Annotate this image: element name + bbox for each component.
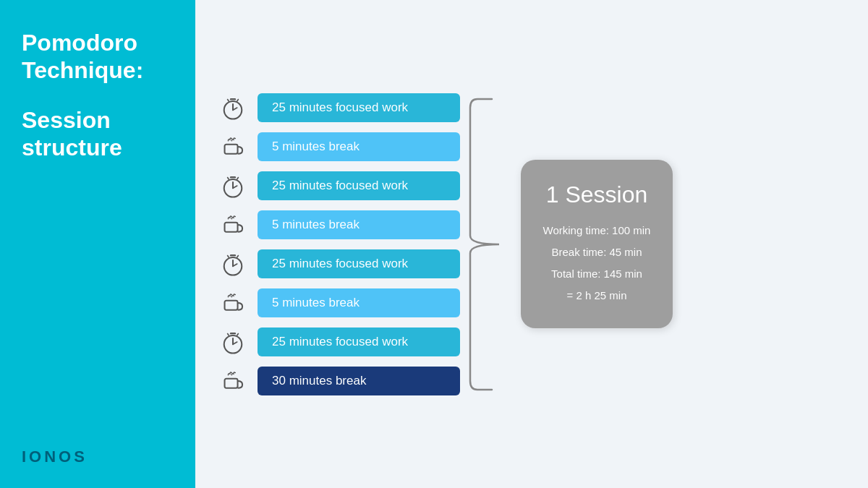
bracket-column xyxy=(463,92,506,397)
timer-icon xyxy=(217,248,249,280)
coffee-icon xyxy=(217,365,249,397)
step-label-5: 25 minutes focused work xyxy=(258,249,460,278)
session-title: 1 Session xyxy=(541,181,652,208)
svg-line-4 xyxy=(228,99,229,100)
main-content: 25 minutes focused work 5 minutes break … xyxy=(195,0,868,488)
svg-rect-13 xyxy=(225,222,238,231)
session-box: 1 Session Working time: 100 min Break ti… xyxy=(521,160,673,328)
svg-line-12 xyxy=(237,177,239,179)
working-time: Working time: 100 min xyxy=(541,220,652,241)
step-label-8: 30 minutes break xyxy=(258,367,460,395)
break-time: Break time: 45 min xyxy=(541,241,652,263)
step-row-8: 30 minutes break xyxy=(217,365,460,397)
step-label-4: 5 minutes break xyxy=(258,210,460,239)
svg-rect-3 xyxy=(230,98,236,99)
coffee-icon xyxy=(217,131,249,163)
step-label-2: 5 minutes break xyxy=(258,132,460,161)
step-label-6: 5 minutes break xyxy=(258,288,460,317)
timer-icon xyxy=(217,92,249,124)
steps-and-bracket: 25 minutes focused work 5 minutes break … xyxy=(217,92,506,397)
svg-rect-20 xyxy=(225,300,238,309)
svg-rect-10 xyxy=(230,176,236,177)
svg-rect-17 xyxy=(230,254,236,255)
total-time: Total time: 145 min xyxy=(541,263,652,285)
sidebar: Pomodoro Technique: Session structure IO… xyxy=(0,0,195,488)
step-row-1: 25 minutes focused work xyxy=(217,92,460,124)
step-row-6: 5 minutes break xyxy=(217,287,460,319)
timer-icon xyxy=(217,170,249,202)
svg-rect-6 xyxy=(225,144,238,153)
sidebar-title: Pomodoro Technique: xyxy=(22,29,174,85)
coffee-icon xyxy=(217,287,249,319)
step-label-3: 25 minutes focused work xyxy=(258,171,460,200)
step-row-5: 25 minutes focused work xyxy=(217,248,460,280)
session-details: Working time: 100 min Break time: 45 min… xyxy=(541,220,652,307)
step-row-4: 5 minutes break xyxy=(217,209,460,241)
svg-line-11 xyxy=(228,177,229,179)
coffee-icon xyxy=(217,209,249,241)
svg-line-25 xyxy=(228,333,229,335)
step-row-7: 25 minutes focused work xyxy=(217,326,460,358)
steps-list: 25 minutes focused work 5 minutes break … xyxy=(217,92,460,397)
step-row-2: 5 minutes break xyxy=(217,131,460,163)
svg-line-26 xyxy=(237,333,239,335)
bracket-svg xyxy=(463,92,499,397)
total-time-alt: = 2 h 25 min xyxy=(541,285,652,307)
timer-icon xyxy=(217,326,249,358)
svg-line-19 xyxy=(237,255,239,257)
sidebar-subtitle: Session structure xyxy=(22,106,174,162)
sidebar-logo: IONOS xyxy=(22,448,174,466)
step-label-7: 25 minutes focused work xyxy=(258,328,460,356)
svg-rect-27 xyxy=(225,378,238,388)
step-row-3: 25 minutes focused work xyxy=(217,170,460,202)
svg-line-18 xyxy=(228,255,229,257)
svg-line-5 xyxy=(237,99,239,100)
svg-rect-24 xyxy=(230,332,236,333)
step-label-1: 25 minutes focused work xyxy=(258,93,460,122)
